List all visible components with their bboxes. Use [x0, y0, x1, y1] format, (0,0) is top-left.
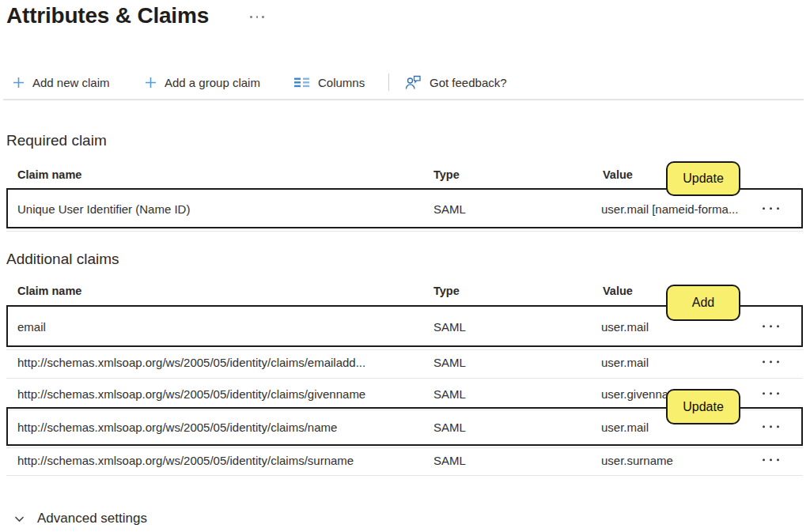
row-separator: [6, 231, 803, 232]
cell-value: user.mail: [601, 409, 649, 444]
row-separator: [6, 475, 803, 476]
cell-value: user.mail: [601, 307, 649, 346]
columns-button[interactable]: Columns: [294, 70, 365, 95]
got-feedback-label: Got feedback?: [430, 76, 507, 89]
required-claim-heading: Required claim: [6, 132, 107, 149]
add-group-claim-button[interactable]: Add a group claim: [145, 70, 260, 95]
additional-claims-heading: Additional claims: [6, 251, 119, 268]
toolbar-divider: [388, 74, 389, 91]
row-more-options-icon[interactable]: [759, 356, 782, 368]
annotation-sticker-update-required: Update: [666, 161, 740, 196]
cell-type: SAML: [433, 444, 466, 476]
add-new-claim-button[interactable]: Add new claim: [13, 70, 110, 95]
cell-type: SAML: [433, 409, 466, 444]
column-header-claim-name: Claim name: [17, 168, 81, 181]
cell-type: SAML: [433, 189, 466, 228]
cell-claim-name: email: [17, 307, 46, 346]
cell-type: SAML: [433, 378, 466, 409]
row-more-options-icon[interactable]: [759, 454, 782, 466]
annotation-sticker-add: Add: [666, 285, 740, 321]
advanced-settings-label: Advanced settings: [37, 511, 147, 526]
cell-value: user.mail: [601, 346, 649, 378]
column-header-type: Type: [433, 168, 460, 181]
toolbar-separator: [3, 99, 804, 100]
cell-claim-name: http://schemas.xmlsoap.org/ws/2005/05/id…: [17, 378, 365, 409]
claim-row-surname[interactable]: http://schemas.xmlsoap.org/ws/2005/05/id…: [6, 444, 803, 476]
advanced-settings-toggle[interactable]: Advanced settings: [13, 507, 147, 530]
row-more-options-icon[interactable]: [759, 387, 782, 399]
column-header-value: Value: [603, 285, 633, 297]
feedback-icon: [405, 75, 422, 90]
row-more-options-icon[interactable]: [759, 421, 782, 432]
page-title: Attributes & Claims: [6, 3, 209, 28]
add-new-claim-label: Add new claim: [32, 76, 110, 89]
cell-claim-name: Unique User Identifier (Name ID): [17, 189, 190, 228]
columns-icon: [294, 77, 310, 89]
plus-icon: [145, 77, 157, 89]
cell-claim-name: http://schemas.xmlsoap.org/ws/2005/05/id…: [17, 444, 354, 476]
got-feedback-button[interactable]: Got feedback?: [405, 70, 507, 95]
column-header-type: Type: [433, 285, 460, 297]
title-more-options-icon[interactable]: [250, 16, 264, 18]
claim-row-emailaddress[interactable]: http://schemas.xmlsoap.org/ws/2005/05/id…: [6, 346, 803, 378]
annotation-sticker-update-additional: Update: [666, 389, 740, 424]
cell-type: SAML: [433, 346, 466, 378]
cell-claim-name: http://schemas.xmlsoap.org/ws/2005/05/id…: [17, 346, 365, 378]
columns-label: Columns: [318, 76, 365, 89]
cell-claim-name: http://schemas.xmlsoap.org/ws/2005/05/id…: [17, 409, 337, 444]
add-group-claim-label: Add a group claim: [165, 76, 260, 89]
column-header-value: Value: [603, 168, 633, 181]
row-more-options-icon[interactable]: [759, 320, 782, 332]
attributes-claims-page: Attributes & Claims Add new claim Add a …: [0, 0, 810, 532]
plus-icon: [13, 77, 25, 89]
row-more-options-icon[interactable]: [759, 202, 782, 214]
cell-type: SAML: [433, 307, 466, 346]
chevron-down-icon: [13, 512, 26, 526]
column-header-claim-name: Claim name: [17, 285, 81, 297]
cell-value: user.surname: [601, 444, 673, 476]
